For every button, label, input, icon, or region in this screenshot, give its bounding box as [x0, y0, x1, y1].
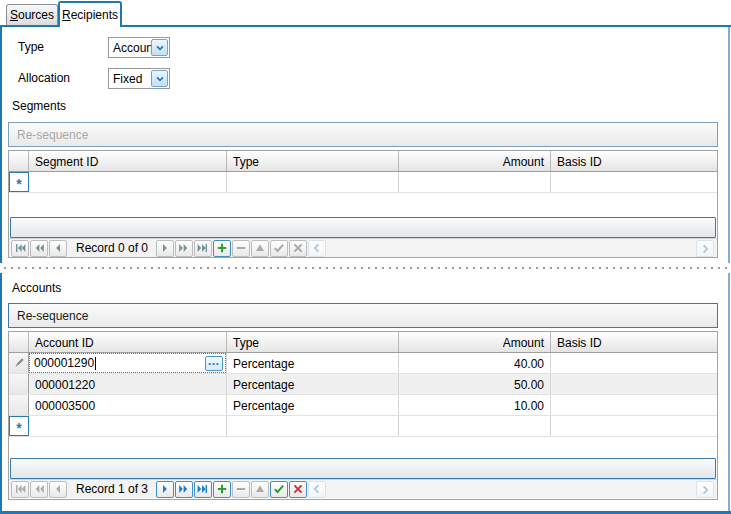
- previous-page-button[interactable]: [30, 240, 48, 257]
- scroll-right-button[interactable]: [696, 481, 714, 498]
- row-selector[interactable]: [9, 395, 29, 415]
- accounts-grid-header: Account ID Type Amount Basis ID: [9, 332, 717, 353]
- previous-record-button[interactable]: [49, 240, 67, 257]
- segments-header-amount[interactable]: Amount: [399, 151, 551, 171]
- tab-sources-accel: S: [10, 8, 18, 22]
- first-record-button[interactable]: [11, 481, 29, 498]
- allocation-label: Allocation: [18, 71, 70, 85]
- row-selector[interactable]: [9, 374, 29, 394]
- segments-new-row-type-cell[interactable]: [227, 172, 399, 192]
- segments-header-selector: [9, 151, 29, 171]
- horizontal-splitter[interactable]: [0, 263, 731, 273]
- segments-new-row-amount-cell[interactable]: [399, 172, 551, 192]
- accounts-header-type[interactable]: Type: [227, 332, 399, 352]
- basis-id-cell[interactable]: [551, 395, 717, 415]
- splitter-grip-dots: [4, 267, 727, 269]
- amount-cell[interactable]: 10.00: [399, 395, 551, 415]
- row-edit-indicator[interactable]: [9, 353, 29, 373]
- next-page-button[interactable]: [175, 481, 193, 498]
- type-cell[interactable]: Percentage: [227, 353, 399, 373]
- cancel-edit-button[interactable]: [289, 481, 307, 498]
- account-id-cell[interactable]: 000003500: [29, 395, 227, 415]
- type-combobox-value: Account: [113, 41, 156, 55]
- accounts-new-row-basis-cell[interactable]: [551, 416, 717, 436]
- amount-cell[interactable]: 40.00: [399, 353, 551, 373]
- last-record-button[interactable]: [194, 481, 212, 498]
- account-id-editor[interactable]: 000001290 …: [29, 353, 226, 373]
- account-id-editor-value: 000001290: [34, 356, 94, 370]
- accounts-resequence-label: Re-sequence: [17, 309, 88, 323]
- append-record-button[interactable]: [213, 240, 231, 257]
- scroll-right-button[interactable]: [696, 240, 714, 257]
- accounts-header-basis-id[interactable]: Basis ID: [551, 332, 717, 352]
- segments-grid: Segment ID Type Amount Basis ID * Record…: [8, 150, 718, 258]
- table-row[interactable]: 000003500 Percentage 10.00: [9, 395, 717, 416]
- scroll-left-button[interactable]: [308, 240, 326, 257]
- account-id-edit-cell[interactable]: 000001290 …: [29, 353, 227, 373]
- accounts-header-account-id[interactable]: Account ID: [29, 332, 227, 352]
- segments-new-row[interactable]: *: [9, 172, 717, 193]
- delete-record-button[interactable]: [232, 481, 250, 498]
- accounts-new-row[interactable]: *: [9, 416, 717, 437]
- end-edit-button[interactable]: [270, 481, 288, 498]
- accounts-new-row-account-id-cell[interactable]: [29, 416, 227, 436]
- type-combobox[interactable]: Account: [108, 37, 170, 58]
- accounts-new-row-amount-cell[interactable]: [399, 416, 551, 436]
- type-label: Type: [18, 40, 44, 54]
- type-cell[interactable]: Percentage: [227, 374, 399, 394]
- accounts-new-row-type-cell[interactable]: [227, 416, 399, 436]
- ellipsis-lookup-button[interactable]: …: [205, 356, 223, 371]
- accounts-new-row-indicator[interactable]: *: [9, 416, 29, 436]
- accounts-header-amount[interactable]: Amount: [399, 332, 551, 352]
- tab-recipients[interactable]: Recipients: [58, 1, 122, 27]
- allocation-combobox[interactable]: Fixed: [108, 68, 170, 89]
- accounts-section-title: Accounts: [12, 281, 61, 295]
- previous-record-button[interactable]: [49, 481, 67, 498]
- accounts-header-selector: [9, 332, 29, 352]
- accounts-record-status: Record 1 of 3: [68, 482, 156, 496]
- segments-horizontal-scrollbar[interactable]: [10, 217, 716, 238]
- type-combobox-dropdown-button[interactable]: [151, 39, 168, 56]
- tab-sources-label: ources: [18, 8, 54, 22]
- segments-record-status: Record 0 of 0: [68, 241, 156, 255]
- chevron-down-icon: [154, 73, 166, 85]
- cancel-edit-button[interactable]: [289, 240, 307, 257]
- last-record-button[interactable]: [194, 240, 212, 257]
- chevron-down-icon: [154, 42, 166, 54]
- table-row[interactable]: 000001290 … Percentage 40.00: [9, 353, 717, 374]
- accounts-grid: Account ID Type Amount Basis ID 00000129…: [8, 331, 718, 500]
- text-caret: [95, 357, 96, 370]
- scroll-left-button[interactable]: [308, 481, 326, 498]
- end-edit-button[interactable]: [270, 240, 288, 257]
- basis-id-cell[interactable]: [551, 353, 717, 373]
- pencil-icon: [13, 357, 25, 369]
- segments-header-type[interactable]: Type: [227, 151, 399, 171]
- first-record-button[interactable]: [11, 240, 29, 257]
- segments-header-basis-id[interactable]: Basis ID: [551, 151, 717, 171]
- next-record-button[interactable]: [156, 240, 174, 257]
- segments-section-title: Segments: [12, 99, 66, 113]
- segments-resequence-label: Re-sequence: [17, 128, 88, 142]
- segments-record-navigator: Record 0 of 0: [9, 238, 717, 257]
- next-page-button[interactable]: [175, 240, 193, 257]
- tab-sources[interactable]: Sources: [6, 4, 58, 25]
- chevron-down-button[interactable]: [151, 70, 168, 87]
- account-id-cell[interactable]: 000001220: [29, 374, 227, 394]
- segments-new-row-segment-id-cell[interactable]: [29, 172, 227, 192]
- amount-cell[interactable]: 50.00: [399, 374, 551, 394]
- previous-page-button[interactable]: [30, 481, 48, 498]
- segments-resequence-button[interactable]: Re-sequence: [8, 122, 718, 147]
- delete-record-button[interactable]: [232, 240, 250, 257]
- move-up-button[interactable]: [251, 240, 269, 257]
- segments-header-segment-id[interactable]: Segment ID: [29, 151, 227, 171]
- type-cell[interactable]: Percentage: [227, 395, 399, 415]
- append-record-button[interactable]: [213, 481, 231, 498]
- table-row[interactable]: 000001220 Percentage 50.00: [9, 374, 717, 395]
- accounts-horizontal-scrollbar[interactable]: [10, 458, 716, 479]
- segments-new-row-indicator[interactable]: *: [9, 172, 29, 192]
- accounts-resequence-button[interactable]: Re-sequence: [8, 303, 718, 328]
- move-up-button[interactable]: [251, 481, 269, 498]
- next-record-button[interactable]: [156, 481, 174, 498]
- basis-id-cell[interactable]: [551, 374, 717, 394]
- segments-new-row-basis-cell[interactable]: [551, 172, 717, 192]
